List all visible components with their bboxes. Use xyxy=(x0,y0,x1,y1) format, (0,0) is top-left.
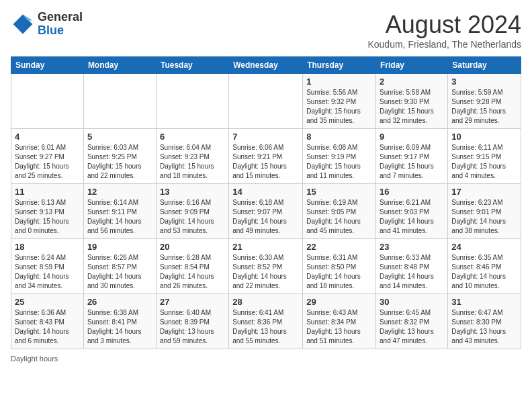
day-cell: 20Sunrise: 6:28 AM Sunset: 8:54 PM Dayli… xyxy=(156,239,228,294)
logo-text: General Blue xyxy=(38,11,83,38)
day-number: 2 xyxy=(380,77,444,87)
day-number: 8 xyxy=(306,132,372,142)
day-info: Sunrise: 6:24 AM Sunset: 8:59 PM Dayligh… xyxy=(15,253,80,291)
daylight-label: Daylight hours xyxy=(11,355,58,363)
day-cell: 10Sunrise: 6:11 AM Sunset: 9:15 PM Dayli… xyxy=(448,129,521,184)
day-info: Sunrise: 6:04 AM Sunset: 9:23 PM Dayligh… xyxy=(160,143,225,181)
day-cell: 11Sunrise: 6:13 AM Sunset: 9:13 PM Dayli… xyxy=(11,184,84,239)
day-info: Sunrise: 6:19 AM Sunset: 9:05 PM Dayligh… xyxy=(306,198,372,236)
day-number: 16 xyxy=(380,187,444,197)
day-info: Sunrise: 5:59 AM Sunset: 9:28 PM Dayligh… xyxy=(451,88,517,126)
week-row-4: 18Sunrise: 6:24 AM Sunset: 8:59 PM Dayli… xyxy=(11,239,521,294)
calendar-table: SundayMondayTuesdayWednesdayThursdayFrid… xyxy=(11,56,521,349)
day-info: Sunrise: 6:35 AM Sunset: 8:46 PM Dayligh… xyxy=(451,253,517,291)
day-number: 10 xyxy=(451,132,517,142)
day-number: 14 xyxy=(232,187,299,197)
day-info: Sunrise: 6:45 AM Sunset: 8:32 PM Dayligh… xyxy=(380,308,444,346)
day-cell xyxy=(11,74,84,129)
day-cell: 14Sunrise: 6:18 AM Sunset: 9:07 PM Dayli… xyxy=(229,184,303,239)
day-number: 17 xyxy=(451,187,517,197)
week-row-1: 1Sunrise: 5:56 AM Sunset: 9:32 PM Daylig… xyxy=(11,74,521,129)
footer: Daylight hours xyxy=(11,355,521,363)
day-cell: 26Sunrise: 6:38 AM Sunset: 8:41 PM Dayli… xyxy=(83,294,156,349)
day-cell: 5Sunrise: 6:03 AM Sunset: 9:25 PM Daylig… xyxy=(83,129,156,184)
day-info: Sunrise: 6:14 AM Sunset: 9:11 PM Dayligh… xyxy=(87,198,152,236)
day-info: Sunrise: 6:43 AM Sunset: 8:34 PM Dayligh… xyxy=(306,308,372,346)
week-row-5: 25Sunrise: 6:36 AM Sunset: 8:43 PM Dayli… xyxy=(11,294,521,349)
day-info: Sunrise: 6:40 AM Sunset: 8:39 PM Dayligh… xyxy=(160,308,225,346)
day-number: 4 xyxy=(15,132,80,142)
day-cell: 23Sunrise: 6:33 AM Sunset: 8:48 PM Dayli… xyxy=(376,239,448,294)
day-number: 7 xyxy=(232,132,299,142)
day-number: 27 xyxy=(160,297,225,307)
day-info: Sunrise: 6:11 AM Sunset: 9:15 PM Dayligh… xyxy=(451,143,517,181)
day-info: Sunrise: 6:09 AM Sunset: 9:17 PM Dayligh… xyxy=(380,143,444,181)
day-info: Sunrise: 6:18 AM Sunset: 9:07 PM Dayligh… xyxy=(232,198,299,236)
day-header-friday: Friday xyxy=(376,57,448,74)
day-header-thursday: Thursday xyxy=(303,57,376,74)
day-info: Sunrise: 6:01 AM Sunset: 9:27 PM Dayligh… xyxy=(15,143,80,181)
logo-icon xyxy=(11,12,35,36)
day-cell: 31Sunrise: 6:47 AM Sunset: 8:30 PM Dayli… xyxy=(448,294,521,349)
day-header-tuesday: Tuesday xyxy=(156,57,228,74)
day-number: 9 xyxy=(380,132,444,142)
day-cell: 18Sunrise: 6:24 AM Sunset: 8:59 PM Dayli… xyxy=(11,239,84,294)
days-header-row: SundayMondayTuesdayWednesdayThursdayFrid… xyxy=(11,57,521,74)
day-number: 15 xyxy=(306,187,372,197)
day-info: Sunrise: 6:36 AM Sunset: 8:43 PM Dayligh… xyxy=(15,308,80,346)
calendar-title: August 2024 xyxy=(367,11,521,39)
logo-blue: Blue xyxy=(38,24,64,37)
day-number: 21 xyxy=(232,242,299,252)
day-number: 18 xyxy=(15,242,80,252)
day-cell: 27Sunrise: 6:40 AM Sunset: 8:39 PM Dayli… xyxy=(156,294,228,349)
day-info: Sunrise: 6:28 AM Sunset: 8:54 PM Dayligh… xyxy=(160,253,225,291)
day-header-wednesday: Wednesday xyxy=(229,57,303,74)
day-cell xyxy=(156,74,228,129)
day-cell: 28Sunrise: 6:41 AM Sunset: 8:36 PM Dayli… xyxy=(229,294,303,349)
day-number: 6 xyxy=(160,132,225,142)
day-cell: 2Sunrise: 5:58 AM Sunset: 9:30 PM Daylig… xyxy=(376,74,448,129)
day-cell: 6Sunrise: 6:04 AM Sunset: 9:23 PM Daylig… xyxy=(156,129,228,184)
day-number: 5 xyxy=(87,132,152,142)
day-number: 26 xyxy=(87,297,152,307)
day-cell: 4Sunrise: 6:01 AM Sunset: 9:27 PM Daylig… xyxy=(11,129,84,184)
day-number: 3 xyxy=(451,77,517,87)
logo: General Blue xyxy=(11,11,83,38)
day-cell: 12Sunrise: 6:14 AM Sunset: 9:11 PM Dayli… xyxy=(83,184,156,239)
day-info: Sunrise: 6:13 AM Sunset: 9:13 PM Dayligh… xyxy=(15,198,80,236)
day-info: Sunrise: 6:06 AM Sunset: 9:21 PM Dayligh… xyxy=(232,143,299,181)
day-number: 28 xyxy=(232,297,299,307)
day-info: Sunrise: 6:21 AM Sunset: 9:03 PM Dayligh… xyxy=(380,198,444,236)
day-info: Sunrise: 6:26 AM Sunset: 8:57 PM Dayligh… xyxy=(87,253,152,291)
day-cell: 24Sunrise: 6:35 AM Sunset: 8:46 PM Dayli… xyxy=(448,239,521,294)
day-info: Sunrise: 6:03 AM Sunset: 9:25 PM Dayligh… xyxy=(87,143,152,181)
day-number: 23 xyxy=(380,242,444,252)
week-row-2: 4Sunrise: 6:01 AM Sunset: 9:27 PM Daylig… xyxy=(11,129,521,184)
day-number: 31 xyxy=(451,297,517,307)
day-cell: 8Sunrise: 6:08 AM Sunset: 9:19 PM Daylig… xyxy=(303,129,376,184)
day-info: Sunrise: 6:41 AM Sunset: 8:36 PM Dayligh… xyxy=(232,308,299,346)
day-info: Sunrise: 6:23 AM Sunset: 9:01 PM Dayligh… xyxy=(451,198,517,236)
day-number: 30 xyxy=(380,297,444,307)
logo-general: General xyxy=(38,10,83,24)
day-info: Sunrise: 6:08 AM Sunset: 9:19 PM Dayligh… xyxy=(306,143,372,181)
calendar-subtitle: Koudum, Friesland, The Netherlands xyxy=(367,39,521,50)
day-info: Sunrise: 5:58 AM Sunset: 9:30 PM Dayligh… xyxy=(380,88,444,126)
day-cell: 29Sunrise: 6:43 AM Sunset: 8:34 PM Dayli… xyxy=(303,294,376,349)
day-cell xyxy=(83,74,156,129)
day-info: Sunrise: 6:47 AM Sunset: 8:30 PM Dayligh… xyxy=(451,308,517,346)
page-header: General Blue August 2024 Koudum, Friesla… xyxy=(11,11,521,50)
day-cell: 25Sunrise: 6:36 AM Sunset: 8:43 PM Dayli… xyxy=(11,294,84,349)
day-number: 20 xyxy=(160,242,225,252)
day-header-saturday: Saturday xyxy=(448,57,521,74)
day-number: 22 xyxy=(306,242,372,252)
day-info: Sunrise: 6:30 AM Sunset: 8:52 PM Dayligh… xyxy=(232,253,299,291)
day-number: 29 xyxy=(306,297,372,307)
day-number: 12 xyxy=(87,187,152,197)
day-info: Sunrise: 6:38 AM Sunset: 8:41 PM Dayligh… xyxy=(87,308,152,346)
day-cell: 19Sunrise: 6:26 AM Sunset: 8:57 PM Dayli… xyxy=(83,239,156,294)
day-number: 1 xyxy=(306,77,372,87)
day-number: 24 xyxy=(451,242,517,252)
day-cell: 30Sunrise: 6:45 AM Sunset: 8:32 PM Dayli… xyxy=(376,294,448,349)
day-info: Sunrise: 5:56 AM Sunset: 9:32 PM Dayligh… xyxy=(306,88,372,126)
